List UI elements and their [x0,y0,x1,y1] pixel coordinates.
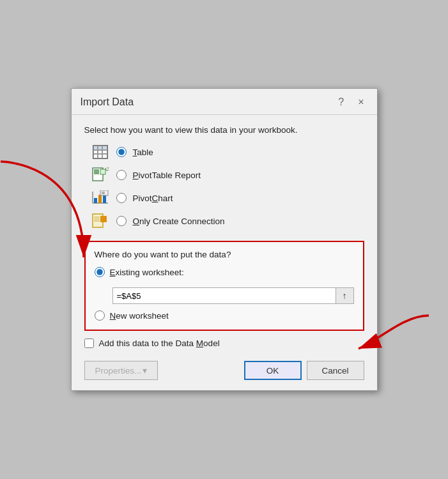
ok-button[interactable]: OK [244,361,302,380]
option-pivot-table[interactable]: ↺ PivotTable Report [91,167,364,183]
option-pivot-chart-label: PivotChart [133,194,173,203]
radio-table[interactable] [116,147,127,157]
data-model-checkbox[interactable] [84,338,94,348]
option-new-worksheet[interactable]: New worksheet [95,310,354,321]
option-table[interactable]: Table [91,144,364,160]
svg-rect-8 [94,198,97,203]
location-options: Existing worksheet: ↑ New worksheet [95,267,354,321]
ok-label: OK [266,366,279,376]
radio-pivot-table[interactable] [116,170,127,180]
option-pivot-chart[interactable]: ⊞ PivotChart [91,190,364,206]
radio-new-worksheet[interactable] [95,310,105,321]
title-bar: Import Data ? × [72,89,377,115]
view-options: Table ↺ PivotTable Report [84,144,364,229]
radio-existing-worksheet[interactable] [95,267,105,277]
close-button[interactable]: × [354,95,367,109]
svg-text:⊞: ⊞ [102,191,105,195]
pivot-chart-icon: ⊞ [91,190,110,206]
cancel-button[interactable]: Cancel [307,361,364,380]
dialog-body: Select how you want to view this data in… [72,115,377,390]
option-connection[interactable]: Only Create Connection [91,213,364,229]
section-label: Select how you want to view this data in… [84,125,364,135]
cell-reference-input[interactable] [112,287,336,304]
import-data-dialog: Import Data ? × Select how you want to v… [71,88,378,391]
option-existing-worksheet[interactable]: Existing worksheet: [95,267,354,277]
collapse-icon: ↑ [343,291,347,301]
properties-dropdown-icon: ▾ [143,365,147,376]
connection-icon [91,213,110,229]
cell-input-row: ↑ [112,287,354,304]
location-title: Where do you want to put the data? [95,250,354,259]
dialog-title: Import Data [81,96,134,108]
title-bar-left: Import Data [81,96,134,108]
dialog-wrapper: Import Data ? × Select how you want to v… [71,88,378,391]
svg-rect-14 [100,216,107,222]
svg-rect-9 [98,195,102,203]
title-bar-actions: ? × [334,95,367,109]
button-row: Properties... ▾ OK Cancel [84,361,364,380]
collapse-button[interactable]: ↑ [336,287,354,304]
table-icon [91,144,110,160]
help-button[interactable]: ? [334,95,348,109]
properties-label: Properties... [95,366,142,376]
properties-button[interactable]: Properties... ▾ [84,361,158,380]
option-connection-label: Only Create Connection [133,217,225,226]
svg-rect-3 [94,169,99,174]
option-existing-label: Existing worksheet: [110,268,184,277]
pivot-table-icon: ↺ [91,167,110,183]
checkbox-row: Add this data to the Data Model [84,338,364,348]
radio-pivot-chart[interactable] [116,193,127,203]
svg-text:↺: ↺ [105,167,109,172]
option-pivot-table-label: PivotTable Report [133,171,201,180]
option-new-label: New worksheet [110,311,169,321]
location-section: Where do you want to put the data? Exist… [84,241,364,331]
option-table-label: Table [133,148,153,157]
data-model-label[interactable]: Add this data to the Data Model [99,338,220,348]
cancel-label: Cancel [321,366,348,376]
radio-connection[interactable] [116,216,127,226]
